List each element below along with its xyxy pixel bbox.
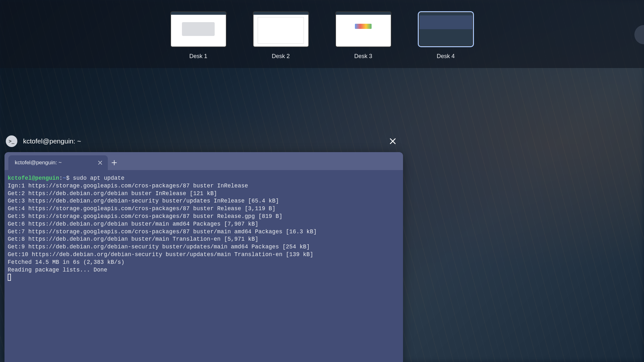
desk-overview-bar: Desk 1 Desk 2 Desk 3 Desk 4 xyxy=(0,0,644,68)
terminal-output-line: Get:2 https://deb.debian.org/debian bust… xyxy=(8,190,400,198)
terminal-tab-active[interactable]: kctofel@penguin: ~ xyxy=(8,155,108,170)
terminal-output-line: Fetched 14.5 MB in 6s (2,383 kB/s) xyxy=(8,259,400,266)
window-overview-card[interactable]: >_ kctofel@penguin: ~ kctofel@penguin: ~ xyxy=(4,135,403,362)
desk-label: Desk 3 xyxy=(354,53,372,60)
terminal-output-line: Get:8 https://deb.debian.org/debian bust… xyxy=(8,236,400,243)
close-window-button[interactable] xyxy=(386,135,399,148)
command-text: sudo apt update xyxy=(73,175,125,181)
terminal-icon-glyph: >_ xyxy=(9,138,14,144)
terminal-output-line: Get:6 https://deb.debian.org/debian bust… xyxy=(8,220,400,228)
desk-thumbnail-1[interactable] xyxy=(170,11,227,47)
desk-thumbnail-2[interactable] xyxy=(253,11,309,47)
prompt-user: kctofel@penguin xyxy=(8,175,59,181)
prompt-sep: : xyxy=(59,175,63,181)
cursor xyxy=(8,274,11,281)
terminal-app-icon: >_ xyxy=(6,135,17,147)
terminal-output-line: Get:5 https://storage.googleapis.com/cro… xyxy=(8,213,400,220)
desk-thumbnail-3[interactable] xyxy=(335,11,391,47)
plus-icon xyxy=(111,159,117,166)
terminal-output-line: Get:4 https://storage.googleapis.com/cro… xyxy=(8,205,400,213)
terminal-output-line: Get:10 https://deb.debian.org/debian-sec… xyxy=(8,251,400,259)
close-icon xyxy=(98,160,102,165)
terminal-window[interactable]: kctofel@penguin: ~ kctofel@penguin:~$ su… xyxy=(4,152,403,362)
terminal-cursor-line xyxy=(8,274,400,282)
desk-label: Desk 2 xyxy=(272,53,290,60)
new-tab-button[interactable] xyxy=(108,155,121,170)
terminal-output-line: Ign:1 https://storage.googleapis.com/cro… xyxy=(8,182,400,190)
desk-thumbnail-4-active[interactable] xyxy=(418,11,474,47)
window-header: >_ kctofel@penguin: ~ xyxy=(4,135,403,152)
desk-item-1[interactable]: Desk 1 xyxy=(170,11,227,60)
terminal-output-line: Get:9 https://deb.debian.org/debian-secu… xyxy=(8,243,400,251)
terminal-output-line: Get:3 https://deb.debian.org/debian-secu… xyxy=(8,197,400,205)
prompt-path: ~ xyxy=(63,175,66,181)
desk-label: Desk 1 xyxy=(189,53,207,60)
prompt-symbol: $ xyxy=(66,175,70,181)
terminal-tab-bar: kctofel@penguin: ~ xyxy=(4,152,403,170)
terminal-output-line: Get:7 https://storage.googleapis.com/cro… xyxy=(8,228,400,236)
desk-label: Desk 4 xyxy=(437,53,455,60)
terminal-prompt-line: kctofel@penguin:~$ sudo apt update xyxy=(8,175,400,182)
desk-item-2[interactable]: Desk 2 xyxy=(253,11,309,60)
tab-title: kctofel@penguin: ~ xyxy=(15,159,62,166)
desk-item-4[interactable]: Desk 4 xyxy=(418,11,474,60)
window-title: kctofel@penguin: ~ xyxy=(23,137,386,145)
terminal-output-line: Reading package lists... Done xyxy=(8,266,400,274)
terminal-body[interactable]: kctofel@penguin:~$ sudo apt update Ign:1… xyxy=(4,170,403,362)
close-icon xyxy=(389,137,397,145)
desk-item-3[interactable]: Desk 3 xyxy=(335,11,391,60)
terminal-output: Ign:1 https://storage.googleapis.com/cro… xyxy=(8,182,400,274)
tab-close-button[interactable] xyxy=(97,159,103,166)
